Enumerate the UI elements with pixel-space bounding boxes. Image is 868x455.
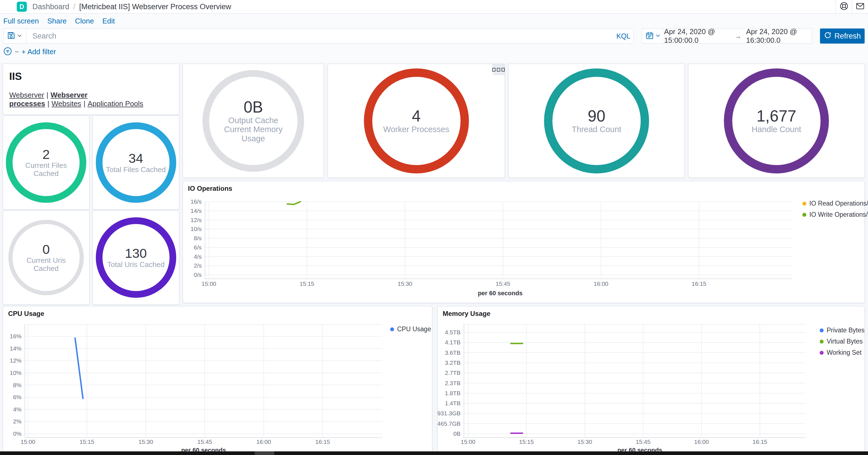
svg-text:15:45: 15:45 (197, 438, 212, 445)
search-input[interactable] (26, 29, 613, 43)
help-button[interactable] (836, 0, 852, 13)
gauge-label: Total Files Cached (106, 165, 166, 174)
breadcrumb-dashboard-link[interactable]: Dashboard (32, 2, 69, 11)
output-cache-memory-panel: 0B Output Cache Current Memory Usage (183, 64, 324, 178)
mail-icon (856, 1, 865, 12)
memory-usage-panel: Memory Usage 0B465.7GB931.3GB1.4TB1.8TB2… (437, 306, 865, 455)
legend-dot-icon (820, 351, 824, 355)
date-to[interactable]: Apr 24, 2020 @ 16:30:00.0 (746, 27, 812, 45)
newsfeed-button[interactable] (852, 0, 868, 13)
svg-text:3.2TB: 3.2TB (445, 360, 461, 366)
gauge-ring: 2 Current Files Cached (6, 122, 86, 203)
chevron-down-icon (17, 32, 23, 40)
add-filter-link[interactable]: + Add filter (22, 48, 56, 56)
date-range[interactable]: Apr 24, 2020 @ 15:00:00.0 → Apr 24, 2020… (664, 29, 812, 43)
gauge-value: 1,677 (751, 108, 801, 125)
svg-text:1.8TB: 1.8TB (445, 390, 461, 396)
date-quick-select-button[interactable] (642, 29, 664, 43)
iis-links: Webserver|Webserver processes|Websites|A… (9, 91, 173, 108)
gauge-ring: 0B Output Cache Current Memory Usage (203, 70, 304, 172)
filter-dash (15, 51, 19, 52)
svg-text:15:30: 15:30 (578, 438, 592, 445)
saved-query-button[interactable] (4, 29, 26, 43)
total-files-cached-panel: 34 Total Files Cached (92, 115, 179, 210)
legend-label: IO Write Operations/s (809, 211, 868, 218)
legend-item[interactable]: IO Write Operations/s (802, 211, 868, 218)
legend-dot-icon (820, 329, 824, 332)
gauge-label: Current Files Cached (16, 161, 76, 178)
date-from[interactable]: Apr 24, 2020 @ 15:00:00.0 (664, 27, 730, 45)
legend-item[interactable]: Working Set (820, 349, 865, 356)
svg-text:2/s: 2/s (194, 262, 202, 269)
iis-link-websites[interactable]: Websites (52, 99, 81, 108)
panel-options-button[interactable] (492, 64, 505, 75)
svg-text:1.4TB: 1.4TB (445, 400, 461, 406)
cpu-usage-panel: CPU Usage 0%2%4%6%8%10%12%14%16%15:0015:… (3, 306, 432, 455)
link-separator: | (46, 91, 48, 99)
current-uris-cached-panel: 0 Current Uris Cached (3, 210, 89, 305)
scrollbar-thumb[interactable] (255, 451, 274, 455)
kql-language-button[interactable]: KQL (613, 29, 634, 43)
legend-dot-icon (802, 202, 806, 206)
chevron-down-icon (655, 33, 661, 39)
filter-icon[interactable] (3, 47, 12, 57)
panel-title: Memory Usage (443, 310, 490, 317)
query-row: KQL Apr 24, 2020 @ 15:00:00.0 → Apr 24, (3, 29, 865, 43)
nav-clone[interactable]: Clone (75, 17, 94, 25)
svg-text:6%: 6% (13, 394, 22, 400)
iis-link-application-pools[interactable]: Application Pools (88, 99, 143, 108)
svg-text:2%: 2% (13, 418, 22, 425)
horizontal-scrollbar[interactable] (0, 451, 868, 455)
svg-text:0%: 0% (13, 430, 22, 437)
panel-options-icon (502, 68, 505, 71)
legend-item[interactable]: IO Read Operations/s (802, 200, 868, 207)
cpu-usage-chart[interactable]: 0%2%4%6%8%10%12%14%16%15:0015:1515:3015:… (3, 306, 432, 455)
chart-legend: Private BytesVirtual BytesWorking Set (820, 327, 865, 360)
refresh-button[interactable]: Refresh (820, 29, 865, 43)
svg-text:12%: 12% (10, 357, 22, 364)
io-operations-chart[interactable]: 0/s2/s4/s6/s8/s10/s12/s14/s16/s15:0015:1… (183, 181, 864, 303)
svg-text:2.3TB: 2.3TB (445, 380, 461, 386)
legend-item[interactable]: Virtual Bytes (820, 338, 865, 345)
panel-options-icon (497, 68, 500, 71)
gauge-value: 130 (107, 246, 164, 261)
logo-letter: D (20, 3, 24, 10)
memory-usage-chart[interactable]: 0B465.7GB931.3GB1.4TB1.8TB2.3TB2.7TB3.2T… (438, 306, 864, 455)
header-actions (836, 0, 868, 13)
iis-navigation-panel: IIS Webserver|Webserver processes|Websit… (3, 64, 179, 115)
refresh-icon (824, 31, 832, 41)
svg-text:8/s: 8/s (194, 235, 202, 241)
svg-text:16:15: 16:15 (692, 280, 707, 287)
gauge-ring: 130 Total Uris Cached (96, 217, 176, 298)
iis-link-webserver[interactable]: Webserver (9, 91, 44, 99)
gauge-ring: 1,677 Handle Count (724, 68, 829, 174)
link-separator: | (48, 99, 50, 108)
svg-text:465.7GB: 465.7GB (438, 420, 461, 427)
legend-item[interactable]: Private Bytes (820, 327, 865, 334)
dashboard-nav-menu: Full screen Share Clone Edit (3, 17, 115, 25)
breadcrumb: Dashboard / [Metricbeat IIS] Webserver P… (32, 0, 231, 13)
svg-text:8%: 8% (13, 382, 22, 388)
gauge-value: 34 (106, 151, 166, 165)
panel-options-icon (492, 68, 495, 71)
svg-text:16:00: 16:00 (694, 438, 709, 445)
legend-item[interactable]: CPU Usage (390, 325, 431, 333)
gauge-value: 0 (16, 242, 76, 257)
refresh-label: Refresh (835, 32, 861, 40)
svg-text:0B: 0B (453, 430, 461, 437)
legend-label: Working Set (827, 349, 862, 356)
arrow-right-icon: → (735, 32, 742, 40)
io-operations-panel: IO Operations 0/s2/s4/s6/s8/s10/s12/s14/… (183, 181, 865, 303)
nav-share[interactable]: Share (47, 17, 66, 25)
dashboard-app-logo[interactable]: D (17, 2, 27, 12)
svg-text:16%: 16% (10, 333, 22, 339)
svg-text:15:30: 15:30 (398, 280, 412, 287)
svg-text:4.5TB: 4.5TB (445, 329, 461, 335)
nav-edit[interactable]: Edit (102, 17, 115, 25)
gauge-ring: 0 Current Uris Cached (8, 220, 84, 295)
legend-dot-icon (390, 327, 394, 331)
svg-text:2.7TB: 2.7TB (445, 369, 461, 376)
nav-full-screen[interactable]: Full screen (3, 17, 39, 25)
handle-count-panel: 1,677 Handle Count (688, 64, 865, 178)
gauge-label: Output Cache Current Memory Usage (216, 116, 290, 143)
